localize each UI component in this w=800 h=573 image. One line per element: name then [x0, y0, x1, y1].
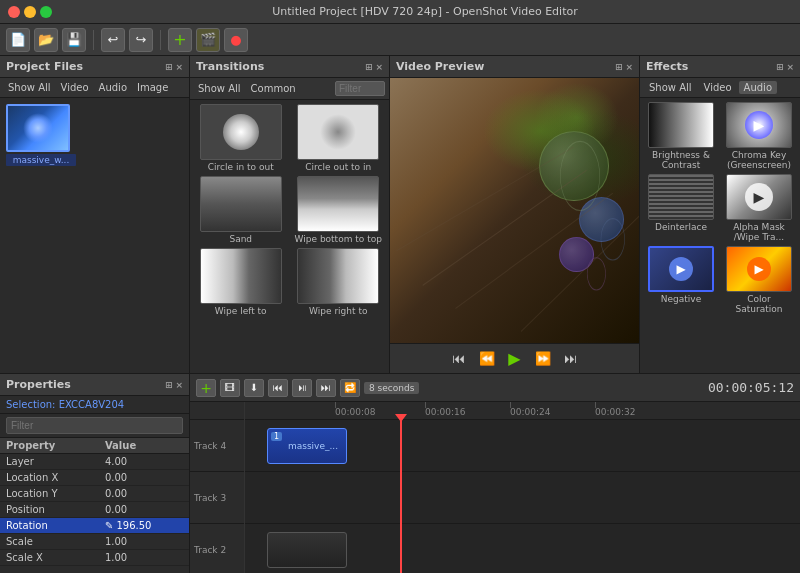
tl-down-button[interactable]: ⬇ [244, 379, 264, 397]
ruler-mark-1: 00:00:16 [425, 402, 465, 419]
svg-line-1 [456, 193, 613, 308]
track-row-2[interactable] [245, 524, 800, 573]
track-content-4: 1 massive_... [245, 420, 800, 471]
window-controls[interactable] [8, 6, 52, 18]
clip-track2[interactable] [267, 532, 347, 568]
table-row[interactable]: Scale1.00 [0, 534, 189, 550]
trans-label-0: Circle in to out [208, 162, 274, 172]
track-row-4[interactable]: 1 massive_... [245, 420, 800, 472]
save-button[interactable]: 💾 [62, 28, 86, 52]
props-icon-1[interactable]: ⊞ [165, 380, 173, 390]
rewind-start-button[interactable]: ⏮ [448, 348, 470, 370]
effect-negative[interactable]: ▶ Negative [644, 246, 718, 314]
preview-video-area[interactable] [390, 78, 639, 343]
maximize-button[interactable] [40, 6, 52, 18]
record-button[interactable]: ● [224, 28, 248, 52]
effect-brightness[interactable]: Brightness &Contrast [644, 102, 718, 170]
trans-tab-common[interactable]: Common [247, 82, 300, 95]
preview-panel-icons: ⊞ × [615, 62, 633, 72]
track-names-column: Track 4 Track 3 Track 2 [190, 402, 245, 573]
fast-forward-button[interactable]: ⏩ [532, 348, 554, 370]
preview-controls: ⏮ ⏪ ▶ ⏩ ⏭ [390, 343, 639, 373]
effect-deinterlace[interactable]: Deinterlace [644, 174, 718, 242]
table-row[interactable]: Rotation✎ 196.50 [0, 518, 189, 534]
property-cell: Position [0, 502, 99, 518]
trans-tab-show-all[interactable]: Show All [194, 82, 245, 95]
effect-label-2: Deinterlace [655, 222, 707, 232]
rewind-button[interactable]: ⏪ [476, 348, 498, 370]
track-content-3 [245, 472, 800, 523]
transition-circle-out[interactable]: Circle out to in [292, 104, 386, 172]
table-row[interactable]: Layer4.00 [0, 454, 189, 470]
add-track-button[interactable]: 🎬 [196, 28, 220, 52]
table-row[interactable]: Location Y0.00 [0, 486, 189, 502]
transitions-filter-input[interactable] [335, 81, 385, 96]
playhead[interactable] [400, 420, 402, 573]
timeline-ruler: 00:00:08 00:00:16 00:00:24 00:00:32 [245, 402, 800, 420]
project-files-panel: Project Files ⊞ × Show All Video Audio I… [0, 56, 190, 373]
close-button[interactable] [8, 6, 20, 18]
effect-chroma[interactable]: ▶ Chroma Key(Greenscreen) [722, 102, 796, 170]
preview-icon-2[interactable]: × [625, 62, 633, 72]
add-clip-button[interactable]: + [168, 28, 192, 52]
trans-thumb-wipe-left [200, 248, 282, 304]
file-item-massive[interactable]: massive_w... [6, 104, 76, 166]
transition-circle-in[interactable]: Circle in to out [194, 104, 288, 172]
tab-audio[interactable]: Audio [95, 81, 131, 94]
eff-tab-audio[interactable]: Audio [739, 81, 777, 94]
video-lines-svg [390, 78, 639, 343]
transition-sand[interactable]: Sand [194, 176, 288, 244]
eff-tab-show-all[interactable]: Show All [644, 81, 697, 94]
transition-wipe-bottom[interactable]: Wipe bottom to top [292, 176, 386, 244]
panel-icon-2[interactable]: × [175, 62, 183, 72]
undo-button[interactable]: ↩ [101, 28, 125, 52]
table-row[interactable]: Scale X1.00 [0, 550, 189, 566]
track-name-4: Track 4 [190, 420, 244, 472]
tab-image[interactable]: Image [133, 81, 172, 94]
value-cell: 0.00 [99, 486, 189, 502]
tab-show-all[interactable]: Show All [4, 81, 55, 94]
clip-massive[interactable]: 1 massive_... [267, 428, 347, 464]
property-cell: Location X [0, 470, 99, 486]
timecode: 00:00:05:12 [708, 380, 794, 395]
effect-alpha[interactable]: ▶ Alpha Mask/Wipe Tra... [722, 174, 796, 242]
svg-point-5 [601, 219, 625, 260]
svg-line-2 [521, 216, 639, 331]
project-files-area: massive_w... [0, 98, 189, 373]
effect-saturation[interactable]: ▶ ColorSaturation [722, 246, 796, 314]
trans-thumb-circle-in [200, 104, 282, 160]
project-files-header: Project Files ⊞ × [0, 56, 189, 78]
track-row-3[interactable] [245, 472, 800, 524]
tab-video[interactable]: Video [57, 81, 93, 94]
new-button[interactable]: 📄 [6, 28, 30, 52]
tl-play2-button[interactable]: ⏯ [292, 379, 312, 397]
preview-icon-1[interactable]: ⊞ [615, 62, 623, 72]
tl-next-button[interactable]: ⏭ [316, 379, 336, 397]
effects-tabs: Show All Video Audio [640, 78, 800, 98]
minimize-button[interactable] [24, 6, 36, 18]
tl-loop-button[interactable]: 🔁 [340, 379, 360, 397]
props-icon-2[interactable]: × [175, 380, 183, 390]
tl-add-button[interactable]: + [196, 379, 216, 397]
open-button[interactable]: 📂 [34, 28, 58, 52]
effects-icon-2[interactable]: × [786, 62, 794, 72]
play-button[interactable]: ▶ [504, 348, 526, 370]
effects-panel-icons: ⊞ × [776, 62, 794, 72]
transition-wipe-right[interactable]: Wipe right to [292, 248, 386, 316]
table-row[interactable]: Position0.00 [0, 502, 189, 518]
end-button[interactable]: ⏭ [560, 348, 582, 370]
tl-prev-button[interactable]: ⏮ [268, 379, 288, 397]
clip-label: massive_... [276, 441, 338, 451]
titlebar: Untitled Project [HDV 720 24p] - OpenSho… [0, 0, 800, 24]
effects-icon-1[interactable]: ⊞ [776, 62, 784, 72]
transition-wipe-left[interactable]: Wipe left to [194, 248, 288, 316]
properties-filter-input[interactable] [6, 417, 183, 434]
eff-tab-video[interactable]: Video [699, 81, 737, 94]
trans-icon-2[interactable]: × [375, 62, 383, 72]
property-cell: Rotation [0, 518, 99, 534]
redo-button[interactable]: ↪ [129, 28, 153, 52]
trans-icon-1[interactable]: ⊞ [365, 62, 373, 72]
panel-icon-1[interactable]: ⊞ [165, 62, 173, 72]
tl-film-button[interactable]: 🎞 [220, 379, 240, 397]
table-row[interactable]: Location X0.00 [0, 470, 189, 486]
